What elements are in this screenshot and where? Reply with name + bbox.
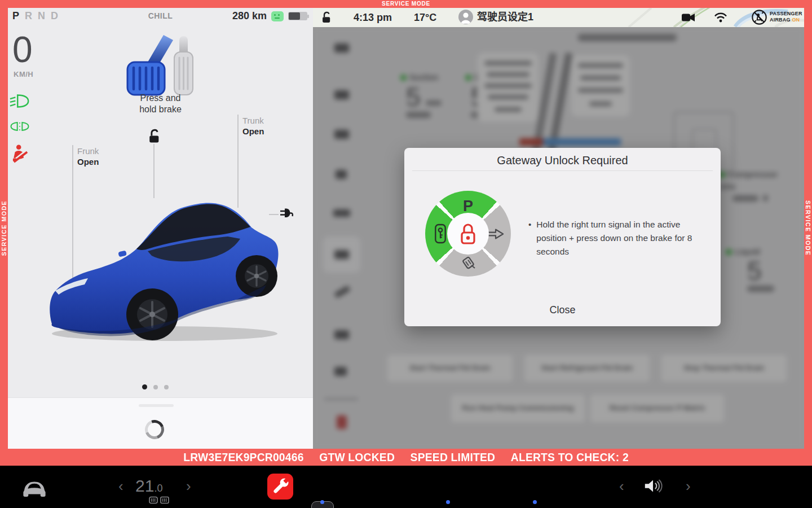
temp-decrease-chevron[interactable]: ‹ (118, 479, 123, 493)
position-lamps-indicator-icon (9, 119, 30, 134)
taskbar: ‹ 21.0 › (0, 466, 812, 508)
charging-icon (271, 11, 284, 21)
vehicle-unlocked-icon[interactable] (146, 129, 161, 144)
passenger-airbag-icon (751, 9, 767, 25)
vin: LRW3E7EK9PCR00466 (183, 450, 303, 464)
page-indicator[interactable] (142, 384, 169, 389)
speed-limited-status: SPEED LIMITED (411, 450, 496, 464)
turn-signal-step-icon (487, 227, 505, 240)
frunk-control[interactable]: Frunk Open (77, 146, 99, 167)
battery-icon (288, 12, 307, 20)
cabin-camera-icon[interactable] (682, 13, 695, 22)
unlock-instruction: • Hold the right turn signal in the acti… (528, 218, 705, 259)
trunk-label: Trunk (242, 115, 264, 126)
page-dot-1[interactable] (142, 384, 147, 389)
vehicle-status-panel: PRND CHILL 280 km 0 KM/H (8, 8, 313, 449)
dialog-divider (412, 170, 713, 171)
app-launcher-notification-badge (320, 500, 324, 504)
service-mode-top-band: SERVICE MODE (0, 0, 812, 8)
close-button[interactable]: Close (404, 304, 721, 316)
tesla-service-screen: SERVICE MODE SERVICE MODE SERVICE MODE P… (0, 0, 812, 508)
loading-spinner (142, 417, 167, 442)
sheet-drag-handle[interactable] (139, 404, 174, 407)
alerts-to-check: ALERTS TO CHECK: 2 (511, 450, 629, 464)
volume-increase-chevron[interactable]: › (686, 479, 691, 493)
vehicle-3d-render[interactable] (36, 186, 282, 344)
unlock-steps-wheel: P (425, 191, 511, 277)
gtw-locked-status: GTW LOCKED (319, 450, 395, 464)
gateway-unlock-dialog: Gateway Unlock Required P (404, 148, 721, 326)
range-value: 280 km (232, 10, 267, 22)
airbag-on-state: ON (792, 17, 800, 23)
bottom-sheet[interactable] (8, 398, 313, 449)
profile-name: 驾驶员设定1 (477, 10, 533, 24)
cabin-temp-decimal: .0 (154, 483, 162, 494)
status-bar: 4:13 pm 17°C 驾驶员设定1 (313, 8, 804, 27)
wrench-icon (267, 474, 293, 500)
frunk-status: Open (77, 156, 99, 167)
speed-value: 0 (12, 32, 33, 68)
trunk-control[interactable]: Trunk Open (242, 115, 264, 137)
music-notification-badge (446, 500, 450, 504)
brake-pedal-step-icon (460, 254, 476, 270)
key-fob-step-icon (434, 223, 447, 244)
passenger-airbag-status: PASSENGER AIRBAG ON (770, 11, 802, 23)
temp-increase-chevron[interactable]: › (186, 479, 191, 493)
trunk-status: Open (242, 126, 264, 137)
service-mode-right-label: SERVICE MODE (805, 200, 811, 256)
service-mode-left-band: SERVICE MODE (0, 8, 8, 449)
wifi-icon[interactable] (713, 11, 728, 23)
instruction-text: Hold the right turn signal in the active… (536, 218, 705, 259)
volume-decrease-chevron[interactable]: ‹ (619, 479, 624, 493)
unlocked-icon[interactable] (320, 11, 332, 24)
frunk-label: Frunk (77, 146, 99, 156)
page-dot-3[interactable] (164, 385, 169, 389)
service-alert-bar: LRW3E7EK9PCR00466 GTW LOCKED SPEED LIMIT… (0, 449, 812, 466)
service-mode-right-band: SERVICE MODE (804, 8, 812, 449)
outside-temperature: 17°C (414, 11, 436, 24)
service-mode-top-label: SERVICE MODE (0, 0, 812, 8)
battery-range-group: 280 km (232, 10, 307, 22)
clock[interactable]: 4:13 pm (354, 11, 392, 24)
volume-icon[interactable] (643, 478, 664, 494)
seatbelt-warning-icon (12, 143, 28, 164)
driver-profile-button[interactable]: 驾驶员设定1 (458, 10, 533, 24)
cabin-temp-value: 21 (135, 476, 154, 495)
brake-hint: Press and hold brake (8, 93, 313, 115)
defrost-front-icon[interactable] (149, 496, 158, 504)
dialog-title: Gateway Unlock Required (404, 154, 721, 167)
avatar (458, 10, 473, 24)
cabin-temperature-control[interactable]: 21.0 (135, 476, 162, 496)
bullet-icon: • (528, 218, 531, 259)
pedals-graphic (116, 35, 201, 98)
gateway-locked-icon (447, 213, 489, 255)
service-mode-left-label: SERVICE MODE (1, 200, 7, 256)
page-dot-2[interactable] (153, 385, 158, 389)
service-app-icon[interactable] (267, 474, 293, 500)
vehicle-controls-button[interactable] (20, 476, 48, 498)
defrost-rear-icon[interactable] (160, 496, 169, 504)
theater-notification-badge (533, 500, 537, 504)
speed-unit: KM/H (14, 70, 33, 78)
